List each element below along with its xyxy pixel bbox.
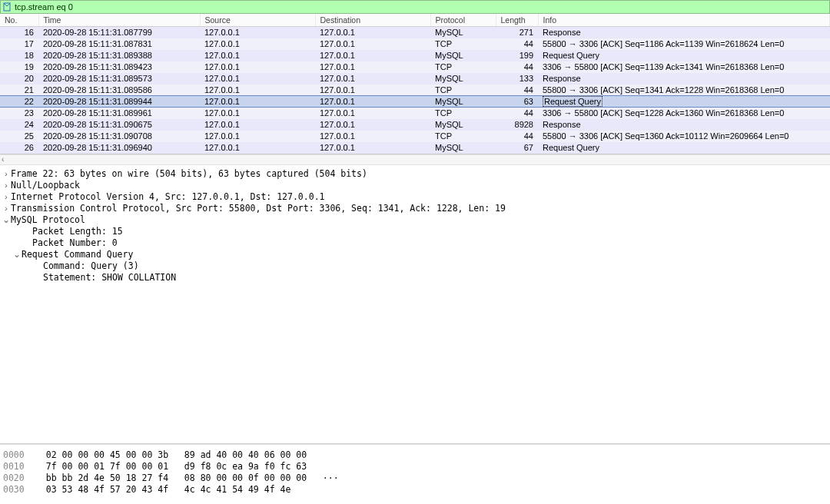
cell-protocol: MySQL [430,119,496,131]
hex-offset: 0020 [3,472,35,483]
cell-time: 2020-09-28 15:11:31.090675 [38,119,200,131]
cell-protocol: MySQL [430,27,496,38]
expand-icon[interactable]: › [2,169,11,178]
cell-info: Response [538,27,830,38]
header-length[interactable]: Length [496,14,538,27]
cell-length: 63 [496,96,538,108]
tree-row[interactable]: Command: Query (3) [2,260,828,272]
cell-info: Response [538,73,830,85]
table-row[interactable]: 202020-09-28 15:11:31.089573127.0.0.1127… [0,73,830,85]
tree-row[interactable]: Packet Number: 0 [2,237,828,249]
cell-time: 2020-09-28 15:11:31.087831 [38,38,200,50]
header-destination[interactable]: Destination [315,14,430,27]
table-row[interactable]: 232020-09-28 15:11:31.089961127.0.0.1127… [0,108,830,119]
cell-source: 127.0.0.1 [200,73,315,85]
cell-no: 20 [0,73,38,85]
header-info[interactable]: Info [538,14,830,27]
cell-protocol: TCP [430,108,496,119]
table-row[interactable]: 262020-09-28 15:11:31.096940127.0.0.1127… [0,142,830,154]
cell-source: 127.0.0.1 [200,142,315,154]
cell-time: 2020-09-28 15:11:31.096940 [38,142,200,154]
cell-length: 8928 [496,119,538,131]
cell-length: 199 [496,50,538,61]
cell-source: 127.0.0.1 [200,85,315,96]
expand-icon[interactable]: ⌄ [2,214,11,225]
cell-info: 55800 → 3306 [ACK] Seq=1341 Ack=1228 Win… [538,85,830,96]
tree-label: Packet Length: 15 [32,226,123,237]
cell-info: Request Query [538,96,830,108]
header-protocol[interactable]: Protocol [430,14,496,27]
header-no[interactable]: No. [0,14,38,27]
table-row[interactable]: 222020-09-28 15:11:31.089944127.0.0.1127… [0,96,830,108]
display-filter-bar[interactable] [0,0,830,14]
hex-offset: 0030 [3,484,35,495]
hex-row[interactable]: 0020 bb bb 2d 4e 50 18 27 f4 08 80 00 00… [3,472,827,484]
hex-bytes: bb bb 2d 4e 50 18 27 f4 08 80 00 00 0f 0… [35,472,339,483]
cell-source: 127.0.0.1 [200,96,315,108]
cell-source: 127.0.0.1 [200,119,315,131]
tree-row[interactable]: Packet Length: 15 [2,226,828,237]
expand-icon[interactable]: › [2,192,11,201]
cell-no: 26 [0,142,38,154]
cell-source: 127.0.0.1 [200,108,315,119]
cell-time: 2020-09-28 15:11:31.089944 [38,96,200,108]
packet-list-pane[interactable]: No. Time Source Destination Protocol Len… [0,14,830,154]
packet-bytes-pane[interactable]: 0000 02 00 00 00 45 00 00 3b 89 ad 40 00… [0,444,830,504]
expand-icon[interactable]: › [2,181,11,190]
hex-row[interactable]: 0010 7f 00 00 01 7f 00 00 01 d9 f8 0c ea… [3,461,827,472]
cell-no: 24 [0,119,38,131]
tree-row[interactable]: ›Internet Protocol Version 4, Src: 127.0… [2,191,828,203]
tree-row[interactable]: ›Transmission Control Protocol, Src Port… [2,203,828,214]
table-row[interactable]: 182020-09-28 15:11:31.089388127.0.0.1127… [0,50,830,61]
cell-no: 21 [0,85,38,96]
cell-no: 19 [0,61,38,73]
cell-protocol: MySQL [430,50,496,61]
hex-row[interactable]: 0000 02 00 00 00 45 00 00 3b 89 ad 40 00… [3,449,827,461]
cell-destination: 127.0.0.1 [315,38,430,50]
cell-protocol: MySQL [430,142,496,154]
hex-bytes: 02 00 00 00 45 00 00 3b 89 ad 40 00 40 0… [35,449,323,460]
cell-source: 127.0.0.1 [200,50,315,61]
tree-row[interactable]: ›Null/Loopback [2,180,828,191]
tree-row[interactable]: ›Frame 22: 63 bytes on wire (504 bits), … [2,168,828,180]
cell-destination: 127.0.0.1 [315,27,430,38]
expand-icon[interactable]: › [2,204,11,213]
cell-destination: 127.0.0.1 [315,108,430,119]
cell-time: 2020-09-28 15:11:31.087799 [38,27,200,38]
cell-time: 2020-09-28 15:11:31.089961 [38,108,200,119]
header-time[interactable]: Time [38,14,200,27]
cell-destination: 127.0.0.1 [315,119,430,131]
cell-protocol: TCP [430,131,496,142]
cell-time: 2020-09-28 15:11:31.089388 [38,50,200,61]
tree-row[interactable]: Statement: SHOW COLLATION [2,272,828,284]
table-row[interactable]: 212020-09-28 15:11:31.089586127.0.0.1127… [0,85,830,96]
tree-row[interactable]: ⌄MySQL Protocol [2,214,828,226]
tree-label: MySQL Protocol [11,214,85,225]
packet-header-row[interactable]: No. Time Source Destination Protocol Len… [0,14,830,27]
table-row[interactable]: 162020-09-28 15:11:31.087799127.0.0.1127… [0,27,830,38]
pane-divider[interactable]: ‹ [0,154,830,165]
table-row[interactable]: 242020-09-28 15:11:31.090675127.0.0.1127… [0,119,830,131]
hex-bytes: 03 53 48 4f 57 20 43 4f 4c 4c 41 54 49 4… [35,484,323,495]
header-source[interactable]: Source [200,14,315,27]
display-filter-input[interactable] [12,1,828,13]
cell-source: 127.0.0.1 [200,61,315,73]
cell-length: 271 [496,27,538,38]
table-row[interactable]: 192020-09-28 15:11:31.089423127.0.0.1127… [0,61,830,73]
cell-protocol: MySQL [430,96,496,108]
cell-no: 18 [0,50,38,61]
tree-row[interactable]: ⌄Request Command Query [2,249,828,260]
cell-length: 67 [496,142,538,154]
cell-info: Request Query [538,50,830,61]
hex-row[interactable]: 0030 03 53 48 4f 57 20 43 4f 4c 4c 41 54… [3,484,827,496]
expand-icon[interactable]: ⌄ [12,249,22,260]
cell-no: 17 [0,38,38,50]
tree-label: Command: Query (3) [43,260,139,271]
packet-table[interactable]: No. Time Source Destination Protocol Len… [0,14,830,154]
table-row[interactable]: 252020-09-28 15:11:31.090708127.0.0.1127… [0,131,830,142]
cell-info: 55800 → 3306 [ACK] Seq=1186 Ack=1139 Win… [538,38,830,50]
packet-details-pane[interactable]: ›Frame 22: 63 bytes on wire (504 bits), … [0,165,830,445]
cell-source: 127.0.0.1 [200,38,315,50]
scroll-left-icon[interactable]: ‹ [2,155,4,164]
table-row[interactable]: 172020-09-28 15:11:31.087831127.0.0.1127… [0,38,830,50]
